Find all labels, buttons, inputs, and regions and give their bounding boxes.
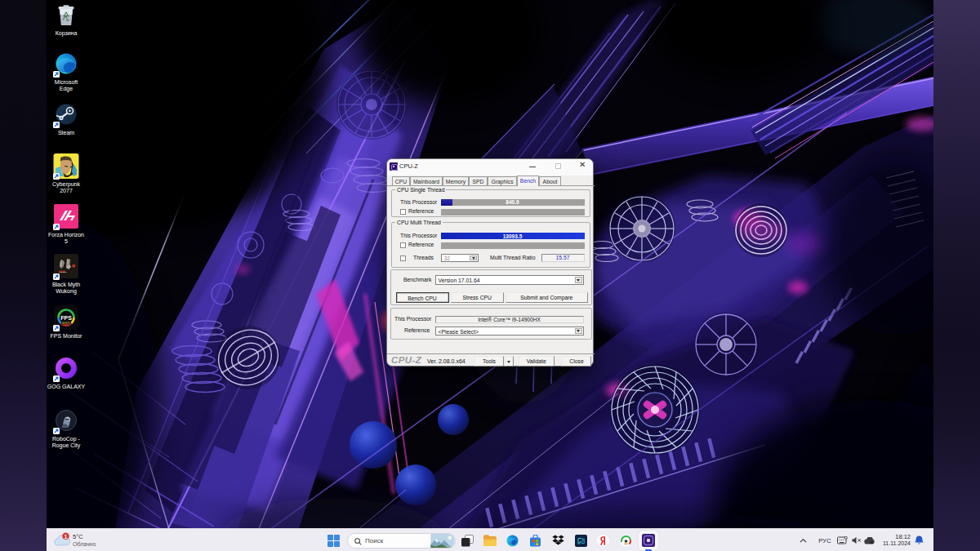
svg-text:JIKONG: JIKONG — [60, 271, 67, 273]
svg-text:MONITU: MONITU — [62, 322, 70, 325]
svg-text:1: 1 — [65, 534, 68, 540]
svg-text:FPS: FPS — [60, 315, 72, 321]
